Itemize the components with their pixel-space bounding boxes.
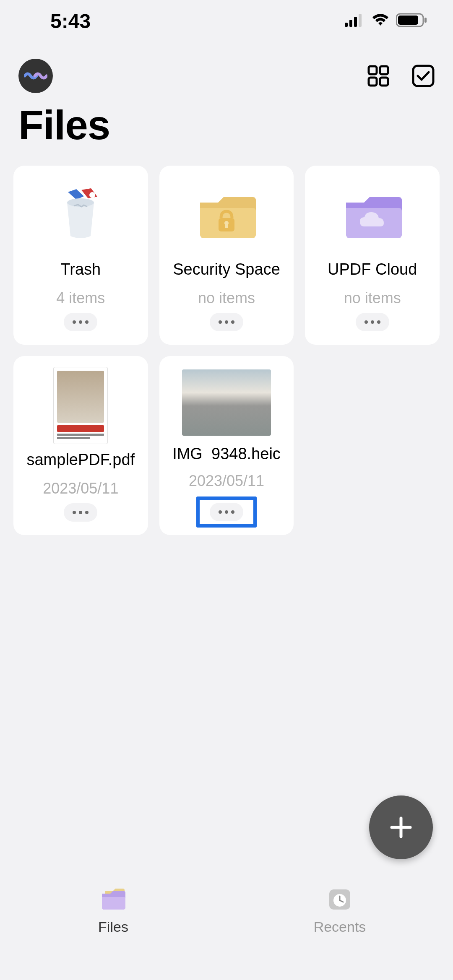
card-title: Trash	[60, 260, 101, 278]
bottom-nav: Files Recents	[0, 879, 453, 980]
select-icon[interactable]	[412, 65, 435, 87]
card-updf-cloud[interactable]: UPDF Cloud no items	[305, 166, 440, 345]
trash-icon	[18, 178, 144, 252]
highlighted-more	[196, 496, 257, 528]
card-trash[interactable]: Trash 4 items	[13, 166, 148, 345]
svg-rect-3	[359, 14, 362, 27]
cellular-icon	[345, 13, 365, 29]
svg-rect-2	[354, 17, 357, 27]
card-title: UPDF Cloud	[328, 260, 417, 278]
status-bar: 5:43	[0, 0, 453, 42]
svg-rect-9	[369, 78, 377, 86]
status-icons	[345, 13, 428, 29]
pdf-thumbnail	[18, 369, 144, 442]
nav-recents[interactable]: Recents	[226, 888, 453, 980]
header	[0, 42, 453, 101]
card-subtitle: 4 items	[56, 289, 105, 307]
nav-label: Recents	[314, 919, 366, 935]
avatar[interactable]	[18, 59, 53, 93]
files-grid: Trash 4 items Security Space no items	[0, 166, 453, 535]
lock-folder-icon	[164, 178, 290, 252]
svg-rect-5	[398, 16, 418, 25]
more-button[interactable]	[210, 313, 243, 331]
svg-rect-1	[349, 20, 352, 27]
svg-rect-11	[413, 66, 433, 86]
more-button[interactable]	[64, 313, 97, 331]
image-thumbnail	[164, 369, 290, 437]
more-button[interactable]	[64, 503, 97, 522]
svg-point-12	[89, 192, 95, 198]
card-subtitle: no items	[344, 289, 401, 307]
wifi-icon	[371, 13, 390, 29]
card-title: IMG_9348.heic	[172, 445, 281, 461]
card-title: Security Space	[173, 260, 280, 278]
more-button[interactable]	[356, 313, 389, 331]
add-button[interactable]	[369, 795, 433, 859]
nav-label: Files	[98, 919, 128, 935]
nav-files[interactable]: Files	[0, 888, 226, 980]
card-subtitle: 2023/05/11	[43, 480, 118, 497]
clock-icon	[327, 888, 353, 913]
cloud-folder-icon	[309, 178, 435, 252]
grid-view-icon[interactable]	[367, 65, 389, 87]
page-title: Files	[0, 101, 453, 166]
status-time: 5:43	[50, 10, 91, 33]
card-sample-pdf[interactable]: samplePDF.pdf 2023/05/11	[13, 356, 148, 535]
card-img-heic[interactable]: IMG_9348.heic 2023/05/11	[159, 356, 294, 535]
card-subtitle: 2023/05/11	[189, 472, 264, 490]
card-subtitle: no items	[198, 289, 255, 307]
svg-rect-8	[380, 66, 388, 74]
card-title: samplePDF.pdf	[26, 451, 135, 469]
svg-rect-6	[424, 18, 427, 23]
svg-rect-0	[345, 23, 348, 27]
svg-rect-7	[369, 66, 377, 74]
card-security-space[interactable]: Security Space no items	[159, 166, 294, 345]
svg-rect-10	[380, 78, 388, 86]
folder-icon	[99, 888, 127, 913]
more-button[interactable]	[210, 503, 243, 521]
battery-icon	[396, 13, 428, 29]
svg-rect-16	[225, 224, 228, 228]
